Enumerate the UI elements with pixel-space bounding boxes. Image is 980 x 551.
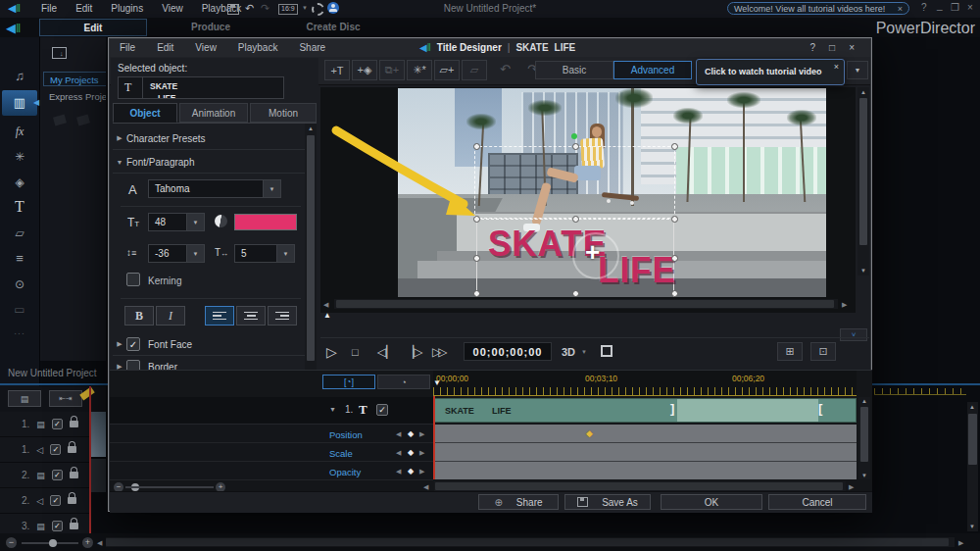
tab-produce[interactable]: Produce [157,23,265,32]
dialog-maximize-button[interactable]: □ [829,43,835,53]
selection-handle[interactable] [473,290,480,297]
insert-particle-button[interactable]: +◈ [352,60,377,80]
sidebar-item-library-room[interactable]: ▥ [2,90,37,116]
tl-hscrollbar[interactable] [434,481,846,491]
preview-vscrollbar[interactable]: ▲ ▼ [858,87,869,276]
track-enable-checkbox[interactable]: ✓ [52,419,63,429]
tl-zoom-track[interactable] [125,486,214,488]
hscroll-left-icon[interactable]: ◀ [97,539,102,547]
insert-effect-button[interactable]: ✳* [407,60,432,80]
sidebar-item-mixing-room[interactable]: ≡ [0,247,39,271]
prev-keyframe-icon[interactable]: ◀ [396,468,401,476]
selection-handle[interactable] [473,143,480,150]
track-manager-button[interactable]: ▤ [8,390,41,407]
tutorial-tooltip-close-icon[interactable]: × [834,62,839,72]
sidebar-item-title-room[interactable]: T [0,194,39,220]
track-lock-icon[interactable] [68,497,76,504]
position-keyframe-diamond[interactable]: ◆ [586,428,593,438]
stop-button[interactable]: □ [352,346,359,358]
advanced-mode-button[interactable]: Advanced [613,61,692,79]
clip-trim-bracket[interactable]: ] [670,401,674,416]
library-tab-my-projects[interactable]: My Projects [43,72,106,86]
snap-button[interactable]: ⇤⇥ [49,390,82,407]
previous-frame-button[interactable]: ◁▏ [377,345,395,359]
sidebar-item-voice-room[interactable]: ⊙ [0,273,39,296]
save-as-button[interactable]: Save As [564,494,651,510]
next-frame-button[interactable]: ▕▷ [405,345,422,359]
aspect-chevron-icon[interactable]: ▼ [302,5,308,11]
bold-button[interactable]: B [124,306,154,326]
track-lock-icon[interactable] [70,523,78,529]
add-keyframe-icon[interactable]: ◆ [408,448,414,457]
line-spacing-dropdown-icon[interactable]: ▼ [186,245,204,262]
opacity-moon-icon[interactable] [215,215,227,227]
hscroll-right-icon[interactable]: ▶ [958,539,963,547]
char-spacing-dropdown-icon[interactable]: ▼ [276,245,294,262]
track-enable-checkbox[interactable]: ✓ [50,444,61,455]
welcome-banner[interactable]: Welcome! View all tutorial videos here! … [727,2,909,15]
import-media-icon[interactable]: ↓ [52,47,67,59]
dialog-menu-view[interactable]: View [195,43,217,53]
font-face-checkbox[interactable]: ✓ [126,337,140,351]
italic-button[interactable]: I [156,306,185,326]
move-crosshair[interactable]: + [585,237,600,268]
zoom-in-button[interactable]: + [82,537,93,548]
selection-handle[interactable] [671,216,678,223]
prev-keyframe-icon[interactable]: ◀ [396,449,401,457]
menu-view[interactable]: View [162,4,183,14]
font-size-select[interactable]: 48 ▼ [148,213,205,231]
selection-handle[interactable] [671,143,678,150]
keyframe-view-toggle-selected[interactable]: [◔] [322,375,375,389]
video-frame[interactable]: SKATE LIFE + [398,88,826,297]
selection-handle[interactable] [473,255,480,262]
help-button[interactable]: ? [921,3,927,13]
prev-keyframe-icon[interactable]: ◀ [396,430,401,438]
tl-hscroll-left-icon[interactable]: ◀ [423,483,428,491]
tutorial-tooltip[interactable]: Click to watch tutorial video × [696,59,845,85]
main-hscrollbar[interactable] [106,537,955,547]
font-size-dropdown-icon[interactable]: ▼ [186,214,204,230]
selection-handle[interactable] [572,290,579,297]
mask-selection-box[interactable] [474,146,675,219]
add-keyframe-icon[interactable]: ◆ [408,467,414,476]
property-lane-opacity[interactable] [434,462,857,479]
sidebar-item-transition-room[interactable]: ▱ [0,222,39,245]
track-expand-caret-icon[interactable]: ▼ [329,406,336,413]
title-clip[interactable]: SKATE LIFE ] [ [434,398,857,423]
undo-icon[interactable]: ↶ [245,2,254,15]
3d-dropdown-icon[interactable]: ▼ [581,349,587,355]
ruler-playhead-marker[interactable]: ▼ [433,378,441,387]
section-character-presets[interactable]: ▶ Character Presets [113,127,305,150]
track-enable-checkbox[interactable]: ✓ [50,495,61,506]
main-vscrollbar[interactable]: ▲ ▼ [967,402,978,531]
track-lock-icon[interactable] [68,446,76,453]
toolbar-overflow-button[interactable]: ▼ [847,61,868,79]
timeline-ruler[interactable]: 00;00;00 00;03;10 00;06;20 ▼ [433,371,857,396]
track-visible-checkbox[interactable]: ✓ [376,404,388,416]
selection-handle[interactable] [473,216,480,223]
welcome-banner-close-icon[interactable]: × [898,4,903,14]
dialog-menu-playback[interactable]: Playback [238,43,278,53]
timecode-display[interactable]: 00;00;00;00 [464,342,552,361]
preview-hscroll-left-icon[interactable]: ◀ [323,301,328,309]
menu-file[interactable]: File [41,4,57,14]
dialog-titlebar[interactable]: File Edit View Playback Share ◀‖ Title D… [110,39,870,57]
clip-trim-bracket[interactable]: [ [818,401,822,416]
track-lock-icon[interactable] [70,421,78,427]
basic-mode-button[interactable]: Basic [535,61,613,79]
font-color-swatch[interactable] [234,214,297,230]
sidebar-item-chapter-room[interactable]: ∙∙∙ [0,322,39,345]
next-keyframe-icon[interactable]: ▶ [419,430,424,438]
3d-mode-selector[interactable]: 3D [562,346,575,358]
save-icon[interactable] [227,4,239,15]
dialog-close-button[interactable]: × [849,43,855,53]
library-tab-express-projects[interactable]: Express Projects [43,89,106,104]
tv-safe-zone-button[interactable]: ⊡ [810,342,836,361]
section-font-face[interactable]: ▶ ✓ Font Face [113,333,305,356]
selected-object-box[interactable]: T SKATE LIFE [118,76,284,99]
share-button[interactable]: ⊕ Share [478,494,559,510]
sidebar-item-particle-room[interactable]: ◈ [0,171,39,194]
restore-button[interactable]: ❐ [951,3,959,13]
line-spacing-select[interactable]: -36 ▼ [148,244,205,263]
property-lane-scale[interactable] [434,443,857,462]
